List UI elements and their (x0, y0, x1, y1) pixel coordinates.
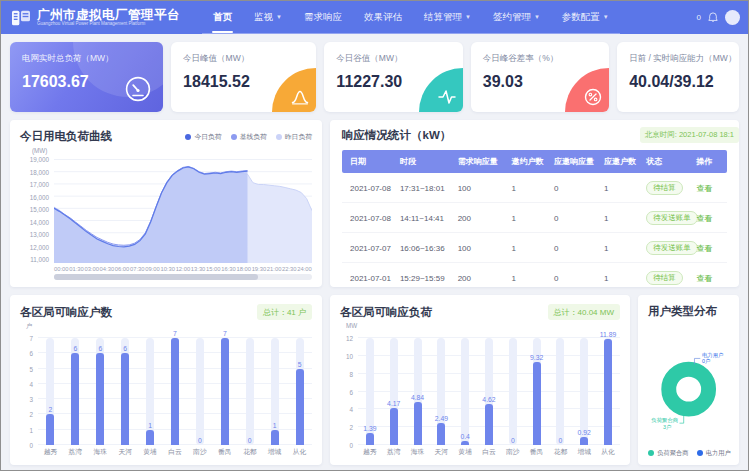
bar: 0 (549, 338, 573, 445)
user-avatar[interactable] (725, 10, 740, 25)
table-row: 2021-07-0814:11~14:41200101待发送账单查看 (342, 203, 727, 233)
col-responded-users: 应邀户数 (600, 150, 642, 173)
y-axis-unit: MW (346, 322, 620, 330)
user-type-panel: 用户类型分布 电力用户 0户 负荷聚合商 3户 负荷聚合商 电力用户 (638, 295, 739, 465)
col-date: 日期 (342, 150, 396, 173)
table-cell: 2021-07-07 (342, 233, 396, 263)
kpi-card-response-capacity: 日前 / 实时响应能力（MW） 40.04/39.12 (617, 42, 739, 112)
bar: 11.89 (596, 338, 620, 445)
legend-item-today[interactable]: 今日负荷 (185, 132, 221, 142)
load-curve-panel: 今日用电负荷曲线 今日负荷 基线负荷 昨日负荷 (MW) 19,00018,00… (10, 120, 322, 287)
bar-value-label: 6 (73, 345, 77, 352)
bar-value-label: 0.4 (460, 433, 469, 440)
legend-item-baseline[interactable]: 基线负荷 (231, 132, 267, 142)
bar-value-label: 1.39 (363, 425, 376, 432)
table-row: 2021-07-0716:06~16:36100101待发送账单查看 (342, 233, 727, 263)
view-link[interactable]: 查看 (696, 184, 712, 193)
callout-line-bottom (680, 416, 684, 423)
bar-plot: 26661707015 (38, 338, 312, 445)
bar-category-label: 花都 (237, 447, 262, 457)
chevron-down-icon: ▼ (276, 14, 282, 20)
nav-item-home[interactable]: 首页 (202, 1, 243, 33)
total-badge: 总计：41 户 (257, 304, 312, 320)
bar-value-label: 4.84 (411, 394, 424, 401)
nav-item-evaluation[interactable]: 效果评估 (353, 1, 413, 33)
total-badge: 总计：40.04 MW (548, 304, 620, 320)
bell-icon[interactable] (708, 12, 718, 23)
bar-category-label: 从化 (596, 447, 620, 457)
table-cell: 1 (600, 233, 642, 263)
view-link[interactable]: 查看 (696, 274, 712, 283)
bar-category-label: 增城 (262, 447, 287, 457)
table-cell: 15:29~15:59 (396, 263, 454, 288)
legend-item-aggregator[interactable]: 负荷聚合商 (648, 449, 688, 458)
bar: 0.4 (453, 338, 477, 445)
nav-item-demand-response[interactable]: 需求响应 (293, 1, 353, 33)
legend-item-power-user[interactable]: 电力用户 (697, 449, 731, 458)
table-cell: 2021-07-08 (342, 203, 396, 233)
bar-y-axis: 01234567 (20, 338, 38, 445)
bar: 6 (88, 338, 113, 445)
table-cell: 2021-07-08 (342, 173, 396, 203)
table-header-row: 日期 时段 需求响应量 邀约户数 应邀响应量 应邀户数 状态 操作 (342, 150, 727, 173)
bar-category-label: 从化 (287, 447, 312, 457)
legend-dot (185, 134, 191, 140)
table-cell: 0 (550, 203, 600, 233)
table-cell: 16:06~16:36 (396, 233, 454, 263)
bar-value-label: 11.89 (600, 331, 617, 338)
legend-dot (231, 134, 237, 140)
bar: 4.62 (477, 338, 501, 445)
table-cell: 1 (600, 173, 642, 203)
table-cell: 100 (454, 233, 508, 263)
bar-value-label: 0 (511, 437, 515, 444)
bar: 0 (237, 338, 262, 445)
col-invited: 邀约户数 (508, 150, 550, 173)
response-stats-panel: 响应情况统计（kW） 北京时间: 2021-07-08 18:1 日期 时段 需… (330, 120, 739, 287)
bar-value-label: 2 (49, 406, 53, 413)
bar: 1 (138, 338, 163, 445)
bar: 0 (187, 338, 212, 445)
bar-category-label: 番禺 (212, 447, 237, 457)
bar-category-label: 增城 (572, 447, 596, 457)
donut-ring (669, 369, 709, 409)
bar-category-label: 南沙 (187, 447, 212, 457)
bar-category-label: 番禺 (525, 447, 549, 457)
bar-category-label: 越秀 (38, 447, 63, 457)
table-cell: 1 (508, 263, 550, 288)
view-link[interactable]: 查看 (696, 214, 712, 223)
table-cell: 1 (508, 173, 550, 203)
bar-category-label: 天河 (113, 447, 138, 457)
bar: 1.39 (358, 338, 382, 445)
legend-item-yesterday[interactable]: 昨日负荷 (276, 132, 312, 142)
bar-value-label: 0 (248, 437, 252, 444)
middle-row: 今日用电负荷曲线 今日负荷 基线负荷 昨日负荷 (MW) 19,00018,00… (10, 120, 739, 287)
bar: 2 (38, 338, 63, 445)
scrollbar-thumb[interactable] (54, 274, 258, 280)
panel-title: 各区局可响应负荷 (340, 305, 432, 320)
bar-value-label: 7 (223, 330, 227, 337)
legend-dot (276, 134, 282, 140)
nav-item-monitor[interactable]: 监视▼ (243, 1, 293, 33)
kpi-card-row: 电网实时总负荷（MW） 17603.67 今日峰值（MW） 18415.52 (10, 42, 739, 112)
kpi-card-realtime-load: 电网实时总负荷（MW） 17603.67 (10, 42, 163, 112)
table-cell: 1 (600, 263, 642, 288)
table-cell: 100 (454, 173, 508, 203)
chart-scrollbar[interactable] (54, 274, 312, 280)
table-cell: 2021-07-01 (342, 263, 396, 288)
nav-item-settlement[interactable]: 结算管理▼ (413, 1, 482, 33)
bar-value-label: 1 (273, 422, 277, 429)
dashboard-content: 电网实时总负荷（MW） 17603.67 今日峰值（MW） 18415.52 (1, 34, 748, 471)
y-axis-unit: 户 (26, 322, 312, 330)
district-users-panel: 各区局可响应户数 总计：41 户 户 01234567 26661707015 … (10, 295, 322, 465)
pulse-icon (438, 88, 456, 106)
nav-item-parameters[interactable]: 参数配置▼ (551, 1, 620, 33)
status-badge: 待发送账单 (646, 241, 698, 255)
table-cell: 1 (508, 233, 550, 263)
chevron-down-icon: ▼ (465, 14, 471, 20)
percent-icon (584, 88, 602, 106)
view-link[interactable]: 查看 (696, 244, 712, 253)
user-type-donut: 电力用户 0户 负荷聚合商 3户 (648, 319, 731, 446)
bar-value-label: 0.92 (578, 429, 591, 436)
nav-item-contract[interactable]: 签约管理▼ (482, 1, 551, 33)
callout-value: 3户 (663, 424, 671, 430)
